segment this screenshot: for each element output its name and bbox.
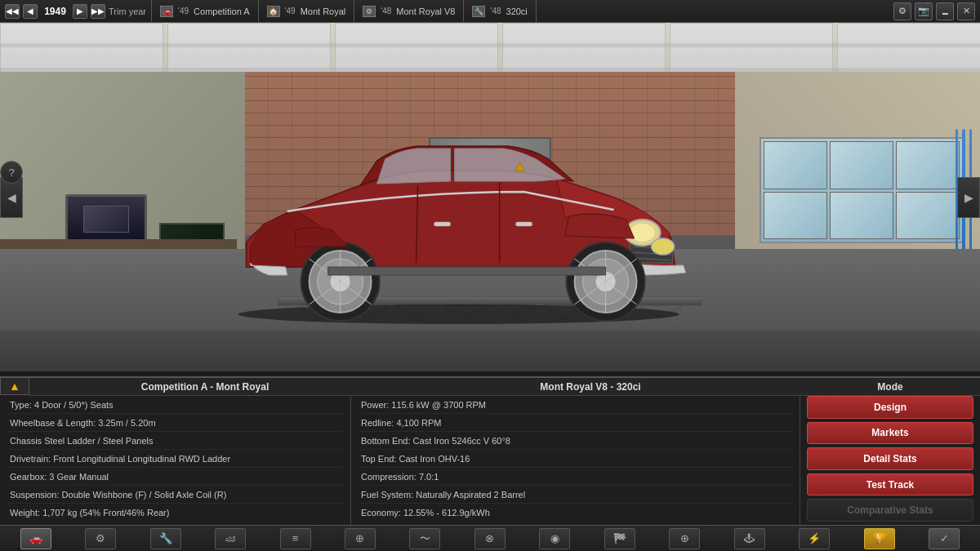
mode-panel: Design Markets Detail Stats Test Track C… bbox=[800, 378, 980, 525]
stat-suspension-text: Suspension: Double Wishbone (F) / Solid … bbox=[10, 490, 226, 500]
tab-label-2: Mont Royal bbox=[301, 7, 346, 16]
nav-last-button[interactable]: ▶▶ bbox=[91, 4, 105, 19]
tab-mont-royal-v8[interactable]: ⚙ '48 Mont Royal V8 bbox=[354, 0, 464, 22]
house-icon: 🏠 bbox=[267, 6, 280, 17]
tab-320ci[interactable]: 🔧 '48 320ci bbox=[464, 0, 536, 22]
tab-mont-royal[interactable]: 🏠 '49 Mont Royal bbox=[259, 0, 355, 22]
floor-base bbox=[0, 331, 980, 371]
stat-weight-text: Weight: 1,707 kg (54% Front/46% Rear) bbox=[10, 508, 169, 518]
eng-compression-text: Compression: 7.0:1 bbox=[361, 472, 439, 482]
headlight-lower bbox=[652, 238, 675, 255]
door-handle-2 bbox=[516, 222, 532, 226]
stat-type: Type: 4 Door / 5/0*) Seats bbox=[7, 396, 344, 414]
year-display: 1949 bbox=[41, 6, 69, 17]
mode-header: Mode bbox=[800, 378, 980, 396]
toolbar-tire-button[interactable]: ⊗ bbox=[474, 528, 506, 549]
stat-drivetrain: Drivetrain: Front Longitudinal Longitudi… bbox=[7, 450, 344, 468]
close-button[interactable]: ✕ bbox=[957, 2, 975, 20]
eng-redline: Redline: 4,100 RPM bbox=[358, 414, 793, 432]
tab-label-1: Competition A bbox=[194, 7, 249, 16]
toolbar-trophy-button[interactable]: 🏆 bbox=[864, 528, 895, 549]
stats-panel: Type: 4 Door / 5/0*) Seats Wheelbase & L… bbox=[0, 378, 351, 525]
stat-gearbox: Gearbox: 3 Gear Manual bbox=[7, 468, 344, 486]
toolbar-confirm-button[interactable]: ✓ bbox=[929, 528, 960, 549]
eng-fuel: Fuel System: Naturally Aspirated 2 Barre… bbox=[358, 486, 793, 504]
car-svg bbox=[198, 104, 720, 324]
toolbar-chassis-button[interactable]: 🏎 bbox=[215, 528, 246, 549]
eng-fuel-text: Fuel System: Naturally Aspirated 2 Barre… bbox=[361, 490, 525, 500]
tab-year-4: '48 bbox=[490, 7, 501, 16]
trim-label: Trim year bbox=[109, 7, 146, 16]
bottom-toolbar: 🚗 ⚙ 🔧 🏎 ≡ ⊕ 〜 ⊗ ◉ 🏁 ⊕ 🕹 ⚡ 🏆 ✓ bbox=[0, 525, 980, 551]
mode-detail-stats-button[interactable]: Detail Stats bbox=[807, 447, 973, 470]
toolbar-brake-button[interactable]: ◉ bbox=[539, 528, 570, 549]
window-pane-5 bbox=[830, 192, 893, 240]
window-pane-6 bbox=[896, 192, 960, 240]
toolbar-steering-button[interactable]: 🕹 bbox=[734, 528, 765, 549]
eng-power: Power: 115.6 kW @ 3700 RPM bbox=[358, 396, 793, 414]
garage-view: ◀ ▶ ? bbox=[0, 23, 980, 371]
monitor-screen bbox=[68, 197, 145, 241]
stat-weight: Weight: 1,707 kg (54% Front/46% Rear) bbox=[7, 504, 344, 522]
mode-markets-label: Markets bbox=[871, 427, 908, 438]
stat-chassis-text: Chassis Steel Ladder / Steel Panels bbox=[10, 436, 154, 446]
toolbar-layout-button[interactable]: ≡ bbox=[280, 528, 311, 549]
eng-top-end: Top End: Cast Iron OHV-16 bbox=[358, 450, 793, 468]
tab-label-3: Mont Royal V8 bbox=[396, 7, 455, 16]
right-windows bbox=[760, 137, 964, 243]
headlight-inner bbox=[630, 224, 655, 242]
toolbar-gearbox-button[interactable]: ⚡ bbox=[799, 528, 830, 549]
bottom-panel: ▲ Competition A - Mont Royal Mont Royal … bbox=[0, 376, 980, 525]
tab-year-3: '48 bbox=[381, 7, 391, 16]
window-pane-3 bbox=[896, 141, 960, 189]
eng-compression: Compression: 7.0:1 bbox=[358, 468, 793, 486]
alert-button[interactable]: ▲ bbox=[0, 377, 29, 395]
door-handle-1 bbox=[434, 222, 451, 226]
mode-design-label: Design bbox=[874, 402, 906, 413]
eng-top-end-text: Top End: Cast Iron OHV-16 bbox=[361, 454, 470, 464]
stats-header: Competition A - Mont Royal bbox=[29, 378, 381, 396]
mode-comparative-stats-button: Comparative Stats bbox=[807, 499, 973, 522]
nav-next-button[interactable]: ▶ bbox=[73, 4, 87, 19]
engine-header: Mont Royal V8 - 320ci bbox=[381, 378, 800, 396]
stat-type-text: Type: 4 Door / 5/0*) Seats bbox=[10, 400, 114, 410]
eng-economy: Economy: 12.55% - 612.9g/kWh bbox=[358, 504, 793, 522]
toolbar-suspension-button[interactable]: 〜 bbox=[409, 528, 440, 549]
stat-drivetrain-text: Drivetrain: Front Longitudinal Longitudi… bbox=[10, 454, 230, 464]
toolbar-aero-button[interactable]: 🏁 bbox=[604, 528, 635, 549]
toolbar-tune-button[interactable]: 🔧 bbox=[150, 528, 181, 549]
engine-panel: Power: 115.6 kW @ 3700 RPM Redline: 4,10… bbox=[351, 378, 800, 525]
mode-markets-button[interactable]: Markets bbox=[807, 422, 973, 445]
top-controls: ⚙ 📷 🗕 ✕ bbox=[889, 2, 980, 20]
toolbar-engine-button[interactable]: ⚙ bbox=[85, 528, 116, 549]
toolbar-car-body-button[interactable]: 🚗 bbox=[20, 528, 51, 549]
right-wall bbox=[735, 72, 980, 251]
camera-button[interactable]: 📷 bbox=[915, 2, 933, 20]
mode-test-track-label: Test Track bbox=[866, 479, 914, 491]
mode-design-button[interactable]: Design bbox=[807, 396, 973, 419]
window-pane-2 bbox=[830, 141, 893, 189]
stat-gearbox-text: Gearbox: 3 Gear Manual bbox=[10, 472, 109, 482]
tab-competition-a[interactable]: 🚗 '49 Competition A bbox=[152, 0, 259, 22]
eng-bottom-end-text: Bottom End: Cast Iron 5246cc V 60°8 bbox=[361, 436, 510, 446]
mode-comparative-stats-label: Comparative Stats bbox=[847, 504, 933, 516]
eng-economy-text: Economy: 12.55% - 612.9g/kWh bbox=[361, 508, 490, 518]
eng-redline-text: Redline: 4,100 RPM bbox=[361, 418, 441, 428]
help-button[interactable]: ? bbox=[0, 161, 23, 184]
toolbar-wheel-button[interactable]: ⊕ bbox=[345, 528, 376, 549]
tab-label-4: 320ci bbox=[506, 7, 528, 16]
minimize-button[interactable]: 🗕 bbox=[936, 2, 954, 20]
settings-button[interactable]: ⚙ bbox=[893, 2, 911, 20]
stat-wheelbase: Wheelbase & Length: 3.25m / 5.20m bbox=[7, 414, 344, 432]
running-board bbox=[328, 267, 606, 275]
stat-wheelbase-text: Wheelbase & Length: 3.25m / 5.20m bbox=[10, 418, 156, 428]
eng-power-text: Power: 115.6 kW @ 3700 RPM bbox=[361, 400, 486, 410]
nav-prev-button[interactable]: ◀ bbox=[23, 4, 38, 19]
view-nav-right-button[interactable]: ▶ bbox=[957, 177, 980, 218]
nav-first-button[interactable]: ◀◀ bbox=[5, 4, 20, 19]
toolbar-awd-button[interactable]: ⊕ bbox=[669, 528, 700, 549]
car-icon: 🚗 bbox=[160, 6, 173, 17]
mode-test-track-button[interactable]: Test Track bbox=[807, 473, 973, 496]
ceiling-strip-1 bbox=[0, 43, 980, 47]
year-nav-section: ◀◀ ◀ 1949 ▶ ▶▶ Trim year bbox=[0, 0, 152, 22]
